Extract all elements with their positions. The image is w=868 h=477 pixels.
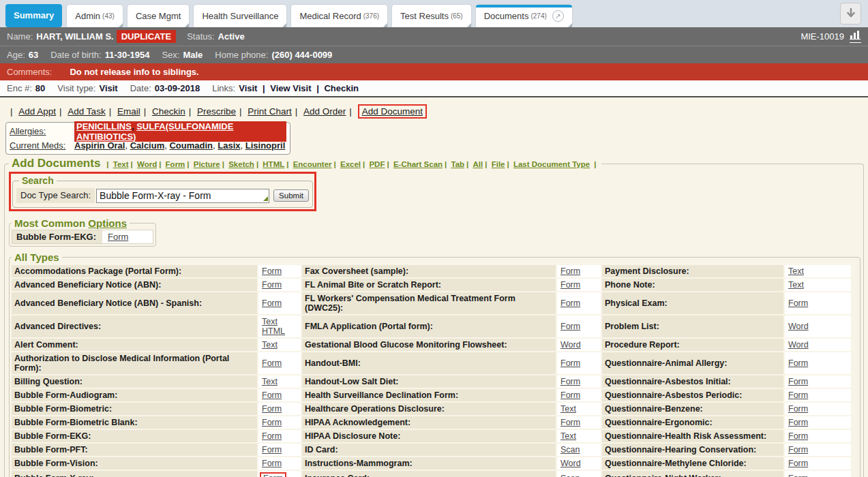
doc-type-link-form[interactable]: Form (560, 280, 580, 290)
doc-type-link-form[interactable]: Form (262, 431, 282, 441)
med-link-calcium[interactable]: Calcium (130, 140, 165, 151)
submit-button[interactable]: Submit (273, 189, 309, 202)
most-common-form-link[interactable]: Form (108, 232, 128, 242)
doc-type-link-text[interactable]: Text (560, 431, 576, 441)
doc-type-link-form[interactable]: Form (560, 358, 580, 368)
med-link-lasix[interactable]: Lasix (218, 140, 240, 151)
checkin-link[interactable]: Checkin (152, 106, 185, 117)
doc-type-link-form[interactable]: Form (788, 404, 808, 414)
new-doc-tab-link[interactable]: Tab (451, 160, 465, 168)
new-doc-picture-link[interactable]: Picture (194, 160, 220, 168)
new-doc-last-document-type-link[interactable]: Last Document Type (513, 160, 590, 168)
doc-type-link-form[interactable]: Form (788, 431, 808, 441)
doc-type-link-text[interactable]: Text (788, 280, 804, 290)
doc-type-link-form[interactable]: Form (788, 459, 808, 468)
separator: | (187, 160, 191, 168)
new-doc-form-link[interactable]: Form (166, 160, 185, 168)
new-doc-all-link[interactable]: All (473, 160, 483, 168)
tab-medical-record[interactable]: Medical Record(376) (291, 5, 387, 27)
doc-type-link-form[interactable]: Form (560, 266, 580, 276)
prescribe-link[interactable]: Prescribe (197, 106, 236, 117)
doc-type-link-form[interactable]: Form (262, 298, 282, 308)
doc-type-link-form[interactable]: Form (262, 445, 282, 455)
doc-type-link-form[interactable]: Form (788, 298, 808, 308)
doc-type-link-form[interactable]: Form (788, 377, 808, 386)
allergies-link[interactable]: Allergies: (10, 126, 46, 136)
med-link-aspirin-oral[interactable]: Aspirin Oral (74, 140, 125, 151)
phone-label: Home phone: (215, 50, 268, 60)
print-chart-link[interactable]: Print Chart (248, 106, 292, 117)
doc-type-link-form[interactable]: Form (262, 404, 282, 414)
doc-type-link-text[interactable]: Text (560, 404, 576, 414)
new-doc-excel-link[interactable]: Excel (340, 160, 361, 168)
new-doc-pdf-link[interactable]: PDF (369, 160, 385, 168)
tab-strip: SummaryAdmin(43)Case MgmtHealth Surveill… (0, 0, 868, 27)
new-doc-file-link[interactable]: File (492, 160, 505, 168)
doc-type-link-form[interactable]: Form (262, 280, 282, 290)
doc-type-link-word[interactable]: Word (788, 322, 809, 331)
options-link[interactable]: Options (88, 217, 127, 229)
add-order-link[interactable]: Add Order (303, 106, 346, 117)
new-doc-sketch-link[interactable]: Sketch (228, 160, 254, 168)
download-button[interactable] (840, 3, 861, 25)
tab-case-mgmt[interactable]: Case Mgmt (128, 5, 189, 27)
doc-type-link-form[interactable]: Form (262, 459, 282, 468)
doc-type-link-word[interactable]: Word (788, 340, 809, 350)
doc-type-link-cell: Form (557, 265, 601, 277)
doc-type-link-form[interactable]: Form (260, 472, 286, 477)
open-in-new-icon[interactable]: ↗ (552, 10, 564, 22)
doc-type-link-text[interactable]: Text (788, 266, 804, 276)
add-documents-header: Add Documents | Text| Word| Form| Pictur… (9, 157, 601, 170)
doc-type-link-html[interactable]: HTML (262, 326, 285, 336)
doc-type-link-form[interactable]: Form (262, 358, 282, 368)
doc-type-link-cell: TextHTML (258, 316, 301, 337)
doc-type-link-word[interactable]: Word (560, 459, 581, 468)
doc-type-link-form[interactable]: Form (560, 377, 580, 386)
new-doc-word-link[interactable]: Word (137, 160, 157, 168)
doc-type-link-text[interactable]: Text (262, 317, 278, 326)
doc-type-link-form[interactable]: Form (262, 390, 282, 400)
doc-type-search-input[interactable] (96, 189, 269, 203)
doc-type-link-form[interactable]: Form (560, 298, 580, 308)
doc-type-label: Procedure Report: (602, 339, 783, 351)
new-doc-html-link[interactable]: HTML (263, 160, 284, 168)
new-doc-encounter-link[interactable]: Encounter (293, 160, 332, 168)
doc-type-link-form[interactable]: Form (788, 418, 808, 427)
doc-type-link-form[interactable]: Form (262, 418, 282, 427)
doc-type-link-form[interactable]: Form (788, 358, 808, 368)
enc-link-visit[interactable]: Visit (239, 83, 257, 93)
new-doc-e-chart-scan-link[interactable]: E-Chart Scan (393, 160, 443, 168)
doc-type-link-word[interactable]: Word (560, 340, 581, 350)
allergy-value-link[interactable]: PENICILLINS (76, 121, 132, 132)
tab-documents[interactable]: Documents(274)↗ (476, 5, 572, 27)
sex-label: Sex: (162, 50, 179, 60)
tab-test-results[interactable]: Test Results(65) (392, 5, 471, 27)
doc-type-link-form[interactable]: Form (560, 322, 580, 331)
enc-link-checkin[interactable]: Checkin (324, 83, 359, 93)
add-task-link[interactable]: Add Task (68, 106, 105, 117)
doc-type-link-form[interactable]: Form (560, 418, 580, 427)
doc-type-link-form[interactable]: Form (788, 445, 808, 455)
doc-type-link-form[interactable]: Form (560, 390, 580, 400)
tab-count: (43) (102, 12, 115, 20)
tab-health-surveillance[interactable]: Health Surveillance (194, 5, 286, 27)
doc-type-link-text[interactable]: Text (262, 340, 278, 350)
email-link[interactable]: Email (117, 106, 140, 117)
doc-type-link-scan[interactable]: Scan (560, 474, 580, 477)
doc-type-link-form[interactable]: Form (262, 266, 282, 276)
doc-type-link-form[interactable]: Form (788, 390, 808, 400)
tab-admin[interactable]: Admin(43) (67, 5, 123, 27)
new-doc-text-link[interactable]: Text (113, 160, 129, 168)
add-document-link[interactable]: Add Document (362, 106, 423, 117)
med-link-lisinopril[interactable]: Lisinopril (245, 140, 286, 151)
doc-type-link-form[interactable]: Form (788, 474, 808, 477)
enc-link-view-visit[interactable]: View Visit (270, 83, 311, 93)
tab-summary[interactable]: Summary (5, 4, 62, 27)
bar-chart-icon[interactable] (850, 30, 861, 43)
current-meds-link[interactable]: Current Meds: (10, 140, 65, 151)
duplicate-badge[interactable]: DUPLICATE (117, 30, 176, 43)
med-link-coumadin[interactable]: Coumadin (169, 140, 213, 151)
doc-type-link-text[interactable]: Text (262, 377, 278, 386)
add-appt-link[interactable]: Add Appt (18, 106, 56, 117)
doc-type-link-scan[interactable]: Scan (560, 445, 580, 455)
